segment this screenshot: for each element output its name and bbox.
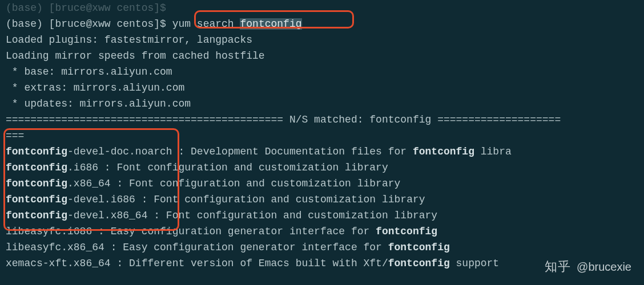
watermark-handle: @brucexie <box>577 259 631 275</box>
result-row: fontconfig.i686 : Font configuration and… <box>6 160 638 176</box>
mirror-base-line: * base: mirrors.aliyun.com <box>6 64 638 80</box>
prev-prompt-line: (base) [bruce@xww centos]$ <box>6 0 638 16</box>
extra-row: libeasyfc.i686 : Easy configuration gene… <box>6 223 638 239</box>
mirror-extras-line: * extras: mirrors.aliyun.com <box>6 80 638 96</box>
extra-row: libeasyfc.x86_64 : Easy configuration ge… <box>6 239 638 255</box>
separator-line: ========================================… <box>6 112 638 128</box>
watermark: 知乎 @brucexie <box>545 259 631 275</box>
extra-row: xemacs-xft.x86_64 : Different version of… <box>6 255 638 271</box>
result-row: fontconfig-devel.x86_64 : Font configura… <box>6 207 638 223</box>
mirror-updates-line: * updates: mirrors.aliyun.com <box>6 96 638 112</box>
command-line[interactable]: (base) [bruce@xww centos]$ yum search fo… <box>6 16 638 32</box>
result-row: fontconfig.x86_64 : Font configuration a… <box>6 176 638 192</box>
result-row: fontconfig-devel-doc.noarch : Developmen… <box>6 144 638 160</box>
shell-prompt: (base) [bruce@xww centos]$ <box>6 18 172 30</box>
loading-line: Loading mirror speeds from cached hostfi… <box>6 48 638 64</box>
command-arg-selected: fontconfig <box>240 18 301 30</box>
watermark-logo: 知乎 <box>545 259 571 275</box>
result-row: fontconfig-devel.i686 : Font configurati… <box>6 192 638 207</box>
plugins-line: Loaded plugins: fastestmirror, langpacks <box>6 32 638 48</box>
command-text: yum search <box>172 18 240 30</box>
separator-wrap-line: === <box>6 128 638 144</box>
